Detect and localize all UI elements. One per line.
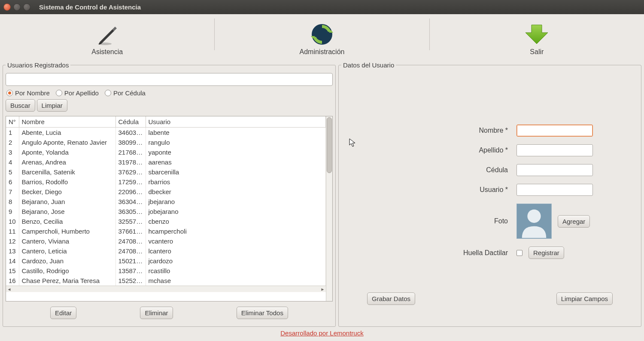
table-row[interactable]: 4Arenas, Andrea3197888aarenas (6, 157, 326, 167)
cell-n: 11 (6, 226, 19, 236)
table-row[interactable]: 3Aponte, Yolanda2176834yaponte (6, 147, 326, 157)
cell-usuario: yaponte (146, 147, 326, 157)
cell-usuario: dbecker (146, 187, 326, 197)
cell-cedula: 3255740 (115, 216, 146, 226)
col-nombre[interactable]: Nombre (19, 116, 115, 128)
table-row[interactable]: 15Castillo, Rodrigo1358768rcastillo (6, 266, 326, 276)
vertical-scrollbar[interactable] (326, 116, 332, 301)
cell-usuario: rcastillo (146, 266, 326, 276)
search-input[interactable] (6, 73, 333, 86)
cell-n: 9 (6, 207, 19, 216)
exit-arrow-icon (524, 21, 550, 47)
cell-nombre: Abente, Lucia (19, 128, 115, 138)
radio-por-nombre-input[interactable] (6, 90, 13, 96)
cell-cedula: 2470896 (115, 246, 146, 256)
datos-usuario-legend: Datos del Usuario (341, 61, 396, 69)
radio-por-cedula[interactable]: Por Cédula (105, 89, 146, 97)
toolbar-asistencia-label: Asistencia (91, 48, 123, 56)
apellido-input[interactable] (516, 144, 593, 156)
cedula-input[interactable] (516, 164, 593, 176)
col-cedula[interactable]: Cédula (115, 116, 146, 128)
cell-n: 3 (6, 147, 19, 157)
registrar-huella-button[interactable]: Registrar (529, 247, 564, 259)
scroll-right-icon[interactable]: ► (319, 286, 326, 292)
table-row[interactable]: 10Benzo, Cecilia3255740cbenzo (6, 216, 326, 226)
toolbar-salir[interactable]: Salir (430, 14, 644, 61)
cell-nombre: Castillo, Rodrigo (19, 266, 115, 276)
table-row[interactable]: 1Abente, Lucia3460397labente (6, 128, 326, 138)
cell-n: 6 (6, 177, 19, 187)
window-minimize-button[interactable] (13, 3, 21, 11)
radio-por-cedula-label: Por Cédula (113, 89, 146, 97)
cell-nombre: Cardozo, Juan (19, 256, 115, 266)
cell-cedula: 3766179 (115, 226, 146, 236)
cell-nombre: Campercholi, Humberto (19, 226, 115, 236)
cell-usuario: rangulo (146, 137, 326, 147)
nombre-input[interactable] (516, 125, 593, 137)
scroll-left-icon[interactable]: ◄ (6, 286, 12, 292)
search-mode-radios: Por Nombre Por Apellido Por Cédula (6, 89, 333, 97)
cell-n: 12 (6, 236, 19, 246)
table-row[interactable]: 9Bejarano, Jose3630500jobejarano (6, 207, 326, 216)
cell-n: 8 (6, 197, 19, 207)
buscar-button[interactable]: Buscar (6, 99, 35, 112)
table-row[interactable]: 5Barcenilla, Satenik3762932sbarcenilla (6, 167, 326, 177)
cell-usuario: jcardozo (146, 256, 326, 266)
table-row[interactable]: 7Becker, Diego2209608dbecker (6, 187, 326, 197)
col-num[interactable]: N° (6, 116, 19, 128)
toolbar-administracion[interactable]: Administración (215, 14, 429, 61)
cell-nombre: Arenas, Andrea (19, 157, 115, 167)
table-row[interactable]: 12Cantero, Viviana2470891vcantero (6, 236, 326, 246)
table-row[interactable]: 11Campercholi, Humberto3766179hcampercho… (6, 226, 326, 236)
radio-por-cedula-input[interactable] (105, 90, 111, 96)
svg-point-0 (98, 43, 112, 45)
cell-usuario: sbarcenilla (146, 167, 326, 177)
huella-checkbox[interactable] (516, 250, 522, 256)
agregar-foto-button[interactable]: Agregar (558, 215, 590, 228)
grabar-datos-button[interactable]: Grabar Datos (367, 292, 415, 305)
foto-label: Foto (444, 217, 508, 225)
radio-por-nombre-label: Por Nombre (15, 89, 50, 97)
users-table[interactable]: N° Nombre Cédula Usuario 1Abente, Lucia3… (6, 116, 326, 286)
table-row[interactable]: 6Barrios, Rodolfo1725999rbarrios (6, 177, 326, 187)
toolbar-asistencia[interactable]: Asistencia (0, 14, 214, 61)
scroll-thumb[interactable] (327, 117, 332, 173)
cell-nombre: Bejarano, Jose (19, 207, 115, 216)
main-toolbar: Asistencia Administración (0, 14, 644, 61)
apellido-label: Apellido * (444, 146, 508, 154)
cell-cedula: 3197888 (115, 157, 146, 167)
cell-n: 2 (6, 137, 19, 147)
limpiar-button[interactable]: Limpiar (37, 99, 67, 112)
cell-n: 15 (6, 266, 19, 276)
cell-nombre: Chase Perez, Maria Teresa (19, 276, 115, 286)
limpiar-campos-button[interactable]: Limpiar Campos (556, 292, 613, 305)
table-row[interactable]: 16Chase Perez, Maria Teresa1525214mchase (6, 276, 326, 286)
window-close-button[interactable] (3, 3, 11, 11)
radio-por-apellido-label: Por Apellido (64, 89, 99, 97)
cell-nombre: Bejarano, Juan (19, 197, 115, 207)
eliminar-button[interactable]: Eliminar (140, 307, 173, 319)
cell-cedula: 1525214 (115, 276, 146, 286)
cell-cedula: 2470891 (115, 236, 146, 246)
editar-button[interactable]: Editar (50, 307, 76, 319)
users-table-container: N° Nombre Cédula Usuario 1Abente, Lucia3… (6, 116, 333, 301)
col-usuario[interactable]: Usuario (146, 116, 326, 128)
table-row[interactable]: 14Cardozo, Juan1502113jcardozo (6, 256, 326, 266)
table-row[interactable]: 8Bejarano, Juan3630484jbejarano (6, 197, 326, 207)
cell-usuario: aarenas (146, 157, 326, 167)
horizontal-scrollbar[interactable]: ◄ ► (6, 286, 326, 292)
radio-por-apellido-input[interactable] (56, 90, 62, 96)
window-maximize-button[interactable] (23, 3, 30, 11)
cell-cedula: 1725999 (115, 177, 146, 187)
cell-usuario: mchase (146, 276, 326, 286)
cell-n: 5 (6, 167, 19, 177)
footer-link[interactable]: Desarrollado por Lemontruck (280, 329, 363, 337)
radio-por-nombre[interactable]: Por Nombre (6, 89, 50, 97)
table-row[interactable]: 13Cantero, Leticia2470896lcantero (6, 246, 326, 256)
eliminar-todos-button[interactable]: Eliminar Todos (237, 307, 288, 319)
cell-usuario: vcantero (146, 236, 326, 246)
usuario-input[interactable] (516, 184, 593, 196)
radio-por-apellido[interactable]: Por Apellido (56, 89, 99, 97)
table-row[interactable]: 2Angulo Aponte, Renato Javier3809951rang… (6, 137, 326, 147)
sync-icon (310, 21, 334, 47)
